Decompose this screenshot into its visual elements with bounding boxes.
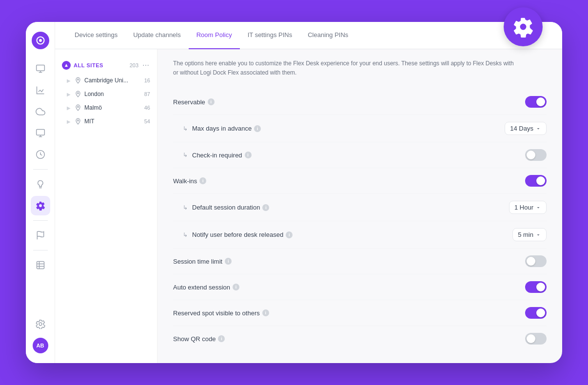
setting-label-reserved-visible: Reserved spot visible to others i: [173, 309, 525, 317]
sidebar-item-cloud[interactable]: [31, 102, 50, 121]
select-max-days[interactable]: 14 Days: [505, 122, 547, 135]
user-avatar[interactable]: AB: [33, 338, 48, 353]
content-area: Device settings Update channels Room Pol…: [55, 22, 562, 363]
info-icon-auto-extend[interactable]: i: [233, 284, 239, 290]
site-count-mit: 54: [144, 118, 150, 124]
sidebar: AB: [26, 22, 55, 363]
setting-label-check-in: ↳ Check-in required i: [173, 152, 525, 159]
svg-marker-5: [65, 64, 68, 67]
setting-control-session-limit: [525, 255, 547, 267]
sidebar-item-analytics[interactable]: [31, 80, 50, 100]
all-sites-count: 203: [130, 62, 138, 68]
settings-description: The options here enable you to customize…: [173, 59, 514, 77]
site-item-london[interactable]: ▶ London 87: [55, 87, 157, 101]
logo[interactable]: [32, 32, 49, 49]
gear-badge: [504, 7, 543, 46]
settings-panel: The options here enable you to customize…: [157, 49, 562, 363]
indent-arrow-check-in: ↳: [183, 152, 188, 158]
info-icon-session-limit[interactable]: i: [225, 258, 232, 265]
svg-rect-4: [37, 262, 44, 269]
site-pin-icon-malmo: [75, 104, 81, 111]
tab-room-policy[interactable]: Room Policy: [189, 22, 240, 49]
site-name-mit: MIT: [84, 118, 141, 125]
site-item-mit[interactable]: ▶ MIT 54: [55, 115, 157, 128]
main-card: AB Device settings Update channels Room …: [26, 22, 562, 363]
setting-label-reservable: Reservable i: [173, 98, 525, 106]
setting-control-qr-code: [525, 333, 547, 345]
setting-control-notify-user: 5 min: [512, 228, 547, 241]
sites-panel: ALL SITES 203 ⋯ ▶ Cambridge Uni... 16 ▶ …: [55, 49, 157, 363]
setting-label-session-duration: ↳ Default session duration i: [173, 204, 509, 211]
setting-control-auto-extend: [525, 281, 547, 293]
svg-rect-2: [36, 65, 44, 71]
indent-arrow-session-duration: ↳: [183, 204, 188, 211]
site-count-cambridge: 16: [144, 77, 150, 83]
all-sites-label: ALL SITES: [74, 62, 127, 68]
toggle-reservable[interactable]: [525, 96, 547, 108]
info-icon-notify-user[interactable]: i: [286, 231, 293, 238]
sidebar-item-gear[interactable]: [31, 314, 50, 334]
setting-row-reservable: Reservable i: [173, 89, 547, 115]
sites-more-icon[interactable]: ⋯: [141, 61, 150, 70]
site-arrow-mit: ▶: [67, 119, 71, 124]
select-session-duration[interactable]: 1 Hour: [509, 201, 547, 214]
setting-row-auto-extend: Auto extend session i: [173, 274, 547, 300]
info-icon-reservable[interactable]: i: [208, 98, 215, 105]
setting-control-check-in: [525, 149, 547, 161]
site-count-london: 87: [144, 91, 150, 97]
info-icon-max-days[interactable]: i: [254, 125, 261, 132]
toggle-reserved-visible[interactable]: [525, 307, 547, 319]
tab-device-settings[interactable]: Device settings: [67, 22, 125, 49]
toggle-session-limit[interactable]: [525, 255, 547, 267]
sidebar-item-bulb[interactable]: [31, 174, 50, 194]
site-arrow-cambridge: ▶: [67, 78, 71, 83]
setting-row-check-in: ↳ Check-in required i: [173, 142, 547, 168]
sidebar-item-rooms[interactable]: [31, 123, 50, 143]
select-notify-user[interactable]: 5 min: [512, 228, 547, 241]
info-icon-qr-code[interactable]: i: [218, 335, 225, 342]
setting-row-max-days: ↳ Max days in advance i 14 Days: [173, 115, 547, 142]
toggle-walk-ins[interactable]: [525, 175, 547, 187]
toggle-check-in[interactable]: [525, 149, 547, 161]
setting-control-walk-ins: [525, 175, 547, 187]
setting-row-notify-user: ↳ Notify user before desk released i 5 m…: [173, 221, 547, 249]
tab-it-settings-pins[interactable]: IT settings PINs: [240, 22, 300, 49]
setting-label-qr-code: Show QR code i: [173, 335, 525, 343]
site-item-cambridge[interactable]: ▶ Cambridge Uni... 16: [55, 74, 157, 87]
site-name-london: London: [84, 91, 141, 97]
all-sites-header[interactable]: ALL SITES 203 ⋯: [55, 57, 157, 74]
setting-row-qr-code: Show QR code i: [173, 326, 547, 351]
sidebar-item-updates[interactable]: [31, 145, 50, 164]
setting-label-walk-ins: Walk-ins i: [173, 177, 525, 185]
site-arrow-london: ▶: [67, 92, 71, 97]
setting-control-session-duration: 1 Hour: [509, 201, 547, 214]
setting-control-reservable: [525, 96, 547, 108]
setting-row-session-limit: Session time limit i: [173, 249, 547, 274]
sidebar-item-settings-active[interactable]: [31, 196, 50, 215]
tab-update-channels[interactable]: Update channels: [125, 22, 189, 49]
setting-label-auto-extend: Auto extend session i: [173, 284, 525, 291]
toggle-auto-extend[interactable]: [525, 281, 547, 293]
info-icon-check-in[interactable]: i: [245, 152, 252, 158]
tab-cleaning-pins[interactable]: Cleaning PINs: [300, 22, 356, 49]
gear-icon: [512, 16, 534, 38]
info-icon-reserved-visible[interactable]: i: [262, 309, 269, 316]
site-pin-icon-cambridge: [75, 77, 81, 84]
sidebar-item-table[interactable]: [31, 255, 50, 275]
setting-label-notify-user: ↳ Notify user before desk released i: [173, 231, 512, 238]
site-pin-icon-london: [75, 91, 81, 97]
sidebar-item-flag[interactable]: [31, 226, 50, 245]
indent-arrow-notify-user: ↳: [183, 231, 188, 238]
info-icon-session-duration[interactable]: i: [262, 204, 269, 211]
setting-row-session-duration: ↳ Default session duration i 1 Hour: [173, 194, 547, 221]
toggle-qr-code[interactable]: [525, 333, 547, 345]
indent-arrow-max-days: ↳: [183, 125, 188, 132]
info-icon-walk-ins[interactable]: i: [199, 177, 206, 184]
site-arrow-malmo: ▶: [67, 105, 71, 111]
svg-point-1: [39, 39, 42, 42]
sidebar-item-devices[interactable]: [31, 59, 50, 78]
setting-row-reserved-visible: Reserved spot visible to others i: [173, 300, 547, 326]
site-item-malmo[interactable]: ▶ Malmö 46: [55, 101, 157, 115]
sites-dot: [62, 61, 71, 70]
svg-rect-3: [36, 130, 44, 135]
